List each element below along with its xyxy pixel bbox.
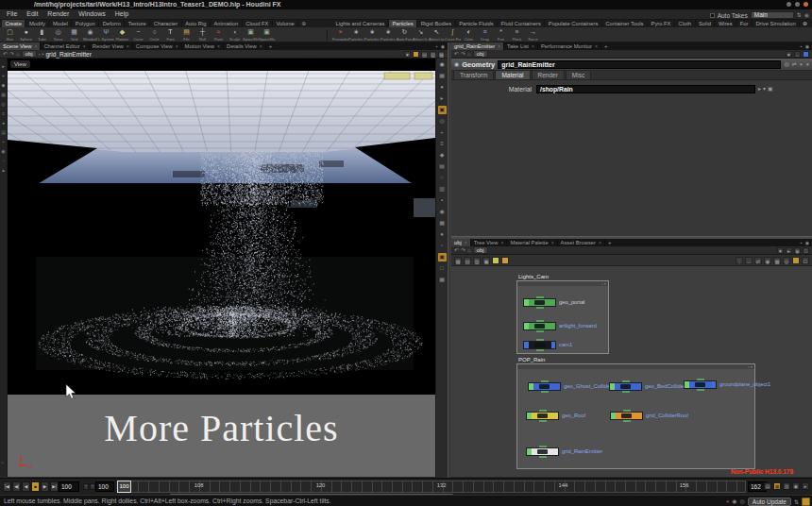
display-option-icon[interactable]: ▦	[438, 219, 447, 228]
pane-tab[interactable]: Render View	[90, 42, 133, 50]
network-toolbar-icon[interactable]: ▣	[482, 257, 490, 264]
range-start-field[interactable]: 100	[95, 481, 114, 492]
display-option-icon[interactable]: □	[438, 264, 447, 273]
network-box-title[interactable]: POP_Rain	[518, 357, 545, 363]
network-node[interactable]: cam1	[523, 340, 572, 349]
status-icon[interactable]: ◉	[732, 497, 736, 506]
pane-tab[interactable]: grid_RainEmitter	[451, 42, 504, 50]
forward-icon[interactable]: ↷	[9, 50, 14, 59]
render-flag[interactable]	[637, 383, 641, 390]
shelf-tool-button[interactable]: ▣ SpaceShip	[259, 27, 275, 42]
node-body[interactable]	[615, 383, 637, 390]
path-root[interactable]: obj	[473, 50, 488, 58]
network-toolbar-icon[interactable]: ▥	[473, 257, 481, 264]
parameter-field-icon[interactable]: ▾	[763, 85, 766, 93]
viewport-tool-icon[interactable]: ◎	[1, 102, 5, 107]
node-name-label[interactable]: geo_Roof	[562, 413, 585, 418]
shelf-tool-button[interactable]: ≡ Drag	[477, 27, 493, 42]
shelf-tab[interactable]: Deform	[99, 20, 125, 27]
shelf-tab[interactable]: Create	[2, 20, 25, 27]
network-canvas[interactable]: Lights_Cam geo_portal artlight_forw	[451, 266, 812, 477]
render-flag[interactable]	[551, 299, 555, 306]
maximize-button[interactable]	[795, 2, 800, 7]
shelf-tool-button[interactable]: ▣ SpaceShip	[243, 27, 259, 42]
pane-tab[interactable]: Tree View	[471, 239, 508, 246]
shelf-tool-button[interactable]: ◐ Color	[461, 27, 477, 42]
cook-indicator-icon[interactable]	[802, 498, 810, 506]
parameter-field-icon[interactable]: ▸	[758, 85, 761, 93]
network-toolbar-icon[interactable]: ⋮	[736, 257, 743, 264]
render-flag[interactable]	[638, 413, 642, 419]
network-toolbar-icon[interactable]: ▦	[773, 257, 781, 264]
shelf-menu-icon[interactable]: ⊕	[800, 20, 810, 27]
pane-corner-icon[interactable]: ▪	[436, 42, 438, 50]
shelf-tab[interactable]: Pyro FX	[648, 20, 675, 27]
pane-tab[interactable]: Material Palette	[507, 239, 557, 246]
network-box-header[interactable]	[517, 281, 608, 286]
node-name-label[interactable]: groundplane_object1	[719, 381, 770, 387]
display-option-icon[interactable]: ▥	[438, 185, 447, 194]
network-toolbar-icon[interactable]: ↔	[745, 257, 753, 264]
shelf-tab[interactable]: Particles	[389, 20, 417, 27]
network-box-title[interactable]: Lights_Cam	[518, 274, 549, 279]
shelf-tool-button[interactable]: × Fireworks	[332, 27, 348, 42]
parameter-header-icon[interactable]: ●	[805, 60, 809, 68]
node-name-label[interactable]: geo_BedCollider	[645, 383, 685, 389]
shelf-tab[interactable]: Character	[150, 20, 181, 27]
node-body[interactable]	[529, 323, 551, 329]
shelf-tab[interactable]: Animation	[211, 20, 243, 27]
back-icon[interactable]: ↶	[3, 50, 8, 59]
network-node[interactable]: artlight_forward	[523, 321, 597, 330]
display-option-icon[interactable]: ▸	[438, 94, 447, 103]
home-icon[interactable]: ⌂	[16, 50, 20, 59]
node-body[interactable]	[529, 342, 551, 348]
node-name-label[interactable]: grid_RainEmitter	[562, 448, 602, 454]
network-box-pop-rain[interactable]: POP_Rain geo_Ghost_Collider geo_Bed	[516, 363, 755, 469]
folder-tab[interactable]: Misc	[566, 70, 591, 79]
network-node[interactable]: groundplane_object1	[684, 380, 770, 389]
back-icon[interactable]: ↶	[454, 50, 459, 59]
network-toolbar-icon[interactable]: ⇄	[754, 257, 762, 264]
minimize-button[interactable]	[787, 2, 791, 7]
node-body[interactable]	[529, 299, 551, 306]
shelf-tool-button[interactable]: Ψ L-System	[98, 27, 114, 42]
pane-tab[interactable]: Details View	[224, 42, 266, 50]
display-option-icon[interactable]: +	[438, 128, 447, 137]
display-option-icon[interactable]: ▪	[438, 196, 447, 205]
pane-tab[interactable]: Take List	[504, 42, 538, 50]
menu-right-icon[interactable]: ◉	[804, 11, 809, 19]
node-body[interactable]	[616, 413, 638, 419]
shelf-tool-button[interactable]: ∗ Particles fr...	[348, 27, 364, 42]
node-name-label[interactable]: artlight_forward	[559, 323, 597, 329]
shelf-tab[interactable]: Particle Fluids	[456, 20, 498, 27]
updown-icon[interactable]: ⇅	[794, 498, 799, 505]
close-button[interactable]	[804, 2, 808, 7]
path-root[interactable]: obj	[22, 50, 37, 58]
pane-corner-icon[interactable]: ▪	[801, 239, 803, 246]
menu-item[interactable]: File	[2, 9, 22, 19]
render-flag[interactable]	[551, 342, 555, 348]
shelf-tool-button[interactable]: ▤ File	[178, 27, 195, 42]
playbar-option-icon[interactable]: ◉	[792, 482, 800, 490]
pathbar-icon[interactable]: ▾	[777, 247, 784, 254]
shelf-tab[interactable]: Rigid Bodies	[417, 20, 456, 27]
display-option-icon[interactable]: ≡	[438, 140, 447, 148]
node-name-label[interactable]: cam1	[559, 342, 572, 347]
display-option-icon[interactable]: ○	[438, 174, 447, 182]
display-option-icon[interactable]: ◉	[438, 60, 447, 69]
shelf-tool-button[interactable]: → Force	[525, 27, 541, 42]
pathbar-icon[interactable]	[413, 51, 419, 58]
new-tab-button[interactable]: +	[605, 239, 615, 246]
viewport-tool-icon[interactable]: ●	[2, 121, 5, 126]
render-flag[interactable]	[712, 381, 716, 388]
network-toolbar-icon[interactable]: ▤	[464, 257, 471, 264]
network-node[interactable]: grid_RainEmitter	[526, 447, 602, 456]
network-toolbar-icon[interactable]: ▦	[454, 257, 462, 264]
menu-item[interactable]: Help	[110, 9, 133, 19]
shelf-tab[interactable]: Cloth	[675, 20, 696, 27]
render-flag[interactable]	[554, 448, 558, 455]
parameter-header-icon[interactable]: ⇄	[792, 60, 797, 68]
parameter-header-icon[interactable]: ◎	[784, 60, 788, 68]
display-option-icon[interactable]: ●	[438, 83, 447, 92]
viewport-tool-icon[interactable]: ▲	[1, 168, 6, 173]
